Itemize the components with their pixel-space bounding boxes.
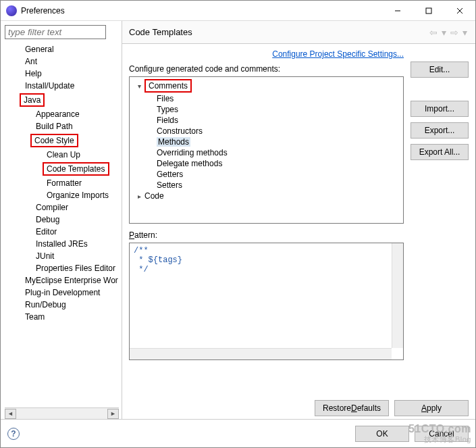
tree-item-organize-imports[interactable]: Organize Imports (5, 189, 119, 201)
page-title: Code Templates (129, 27, 428, 37)
list-item[interactable]: Fields (130, 115, 403, 126)
apply-button[interactable]: Apply (394, 400, 469, 416)
list-item[interactable]: Overriding methods (130, 147, 403, 158)
restore-defaults-button[interactable]: Restore Defaults (315, 400, 389, 416)
window-title: Preferences (21, 6, 382, 16)
edit-button[interactable]: Edit... (411, 61, 469, 78)
tree-item-junit[interactable]: JUnit (5, 250, 119, 262)
chevron-down-icon: ▾ (135, 82, 143, 90)
maximize-button[interactable] (413, 1, 444, 21)
content-area: Code Templates ⇦ ▾ ⇨ ▾ Configure Project… (122, 21, 475, 419)
nav-horizontal-scrollbar[interactable]: ◄ ► (5, 407, 119, 419)
tree-item-ant[interactable]: Ant (5, 55, 119, 68)
close-button[interactable] (444, 1, 475, 21)
svg-rect-1 (426, 8, 431, 14)
back-icon[interactable]: ⇦ (428, 27, 439, 38)
forward-menu-icon[interactable]: ▾ (461, 27, 469, 38)
tree-item-run-debug[interactable]: Run/Debug (5, 299, 119, 311)
scroll-right-icon[interactable]: ► (107, 409, 119, 419)
app-icon (6, 5, 17, 16)
export-button[interactable]: Export... (411, 122, 469, 139)
list-item[interactable]: Types (130, 104, 403, 115)
tree-item-help[interactable]: Help (5, 68, 119, 80)
tree-item-clean-up[interactable]: Clean Up (5, 149, 119, 161)
group-code[interactable]: ▸ Code (130, 191, 403, 201)
tree-item-appearance[interactable]: Appearance (5, 108, 119, 120)
history-nav: ⇦ ▾ ⇨ ▾ (428, 27, 469, 38)
templates-tree[interactable]: ▾ Comments Files Types Fields Constructo… (129, 76, 404, 224)
back-menu-icon[interactable]: ▾ (440, 27, 448, 38)
tree-item-install-update[interactable]: Install/Update (5, 80, 119, 92)
scroll-left-icon[interactable]: ◄ (5, 409, 16, 419)
list-item[interactable]: Files (130, 93, 403, 104)
tree-item-formatter[interactable]: Formatter (5, 177, 119, 189)
configure-label: Configure generated code and comments: (129, 64, 404, 74)
ok-button[interactable]: OK (355, 426, 409, 442)
cancel-button[interactable]: Cancel (415, 426, 469, 442)
tree-item-properties-files-editor[interactable]: Properties Files Editor (5, 262, 119, 274)
list-item[interactable]: Constructors (130, 126, 403, 136)
tree-item-code-templates[interactable]: Code Templates (5, 161, 119, 177)
tree-item-build-path[interactable]: Build Path (5, 120, 119, 132)
filter-input[interactable] (5, 25, 106, 39)
tree-item-general[interactable]: General (5, 43, 119, 55)
help-icon[interactable]: ? (7, 428, 20, 440)
list-item[interactable]: Setters (130, 180, 403, 191)
tree-item-editor[interactable]: Editor (5, 226, 119, 238)
titlebar: Preferences (1, 1, 475, 21)
tree-item-myeclipse[interactable]: MyEclipse Enterprise Wor (5, 274, 119, 287)
tree-item-team[interactable]: Team (5, 311, 119, 323)
list-item-methods[interactable]: Methods (130, 136, 403, 147)
preferences-tree[interactable]: General Ant Help Install/Update Java App… (5, 42, 119, 407)
tree-item-java[interactable]: Java (5, 92, 119, 108)
tree-item-plugin-dev[interactable]: Plug-in Development (5, 287, 119, 299)
pattern-label: Pattern: (129, 230, 404, 240)
pattern-viewer[interactable]: /** * ${tags} */ (129, 243, 404, 360)
group-comments[interactable]: ▾ Comments (130, 78, 403, 93)
pattern-vertical-scrollbar[interactable] (392, 243, 403, 348)
list-item[interactable]: Getters (130, 169, 403, 180)
list-item[interactable]: Delegate methods (130, 158, 403, 169)
tree-item-debug[interactable]: Debug (5, 214, 119, 226)
tree-item-installed-jres[interactable]: Installed JREs (5, 238, 119, 250)
project-settings-link[interactable]: Configure Project Specific Settings... (272, 49, 404, 59)
preferences-nav: General Ant Help Install/Update Java App… (1, 21, 122, 419)
tree-item-compiler[interactable]: Compiler (5, 201, 119, 214)
export-all-button[interactable]: Export All... (411, 144, 469, 160)
import-button[interactable]: Import... (411, 101, 469, 117)
chevron-right-icon: ▸ (135, 193, 143, 200)
tree-item-code-style[interactable]: Code Style (5, 132, 119, 149)
forward-icon[interactable]: ⇨ (449, 27, 460, 38)
minimize-button[interactable] (382, 1, 413, 21)
pattern-horizontal-scrollbar[interactable] (130, 348, 392, 359)
